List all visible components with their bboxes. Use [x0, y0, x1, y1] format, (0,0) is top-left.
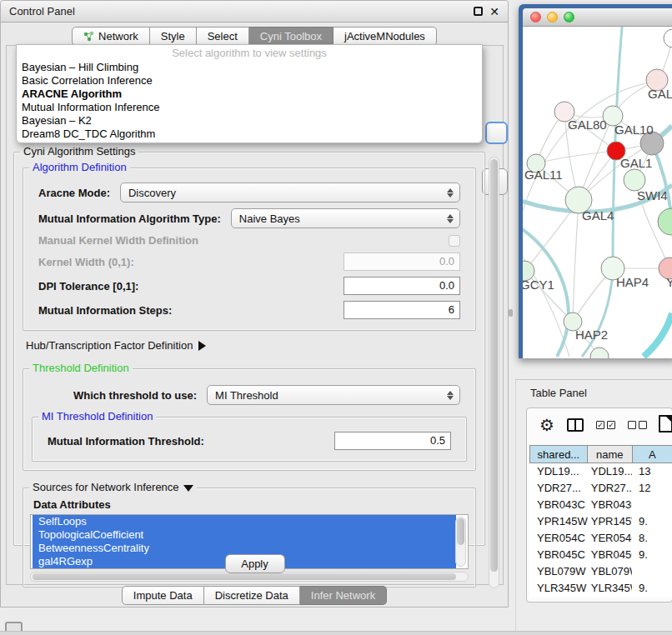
close-icon[interactable]: ✕	[489, 6, 499, 18]
data-attributes-label: Data Attributes	[33, 498, 470, 511]
expanded-arrow-icon	[183, 485, 193, 492]
algorithm-dropdown-placeholder: Select algorithm to view settings	[17, 47, 482, 61]
column-header-a[interactable]: A	[633, 445, 672, 463]
network-edge[interactable]	[536, 151, 616, 163]
table-row[interactable]: YBR045CYBR045C9.	[529, 547, 672, 563]
control-panel-window: Control Panel ✕ NetworkStyleSelectCyni T…	[0, 0, 509, 608]
dpi-tolerance-field[interactable]: 0.0	[344, 277, 460, 295]
algorithm-option-bayesian-hill-climbing[interactable]: Bayesian – Hill Climbing	[17, 61, 482, 74]
algorithm-option-mutual-information-inference[interactable]: Mutual Information Inference	[17, 101, 482, 114]
attribute-item-selfloops[interactable]: SelfLoops	[33, 515, 456, 528]
which-threshold-value: MI Threshold	[215, 389, 278, 402]
table-row[interactable]: YBL079WYBL079W	[529, 563, 672, 580]
network-canvas[interactable]: GALGAL80GAL10GAL1GAL11SWI4GAL4GCY1HAP4YH…	[523, 27, 672, 358]
network-view-window: GALGAL80GAL10GAL1GAL11SWI4GAL4GCY1HAP4YH…	[519, 4, 672, 358]
column-header-shared[interactable]: shared...	[529, 445, 588, 463]
focused-combo-fragment[interactable]	[485, 122, 508, 144]
node-label: GCY1	[523, 278, 554, 292]
apply-button[interactable]: Apply	[225, 554, 285, 573]
table-row[interactable]: YLR345WYLR345W9.	[529, 580, 672, 597]
control-panel-titlebar[interactable]: Control Panel ✕	[1, 1, 508, 22]
algorithm-option-bayesian-k2[interactable]: Bayesian – K2	[17, 114, 482, 128]
stepper-arrows-icon	[447, 214, 456, 223]
table-row[interactable]: YPR145WYPR145W9.	[529, 513, 672, 530]
select-checkboxes-icon[interactable]: ✓✓	[596, 421, 615, 429]
settings-vertical-scrollbar[interactable]	[489, 157, 499, 588]
node-label: GAL1	[620, 156, 652, 170]
close-traffic-light-icon[interactable]	[530, 12, 541, 22]
threshold-definition-group: Threshold Definition Which threshold to …	[23, 368, 476, 471]
panel-splitter-handle[interactable]	[509, 309, 513, 317]
manual-kernel-width-checkbox	[449, 235, 460, 247]
table-cell: YLR345W	[529, 580, 588, 597]
tab-label: jActiveMNodules	[344, 30, 425, 42]
tab-label: Select	[208, 30, 238, 42]
table-cell: YBR043C	[588, 497, 632, 513]
table-cell: YIL052C	[529, 597, 588, 598]
deselect-checkboxes-icon[interactable]	[628, 421, 647, 429]
tab-infer-network[interactable]: Infer Network	[300, 586, 387, 605]
table-cell: YBR045C	[588, 547, 632, 563]
algorithm-definition-label: Algorithm Definition	[29, 161, 130, 174]
node-label: GAL10	[614, 122, 654, 137]
table-toolbar: ⚙ ✓✓	[527, 408, 672, 442]
table-row[interactable]: YER054CYER054C8.	[529, 530, 672, 547]
tab-cyni-toolbox[interactable]: Cyni Toolbox	[249, 27, 333, 46]
mi-threshold-field[interactable]: 0.5	[334, 432, 451, 450]
algorithm-option-dream8-dc-tdc-algorithm[interactable]: Dream8 DC_TDC Algorithm	[17, 128, 482, 141]
table-row[interactable]: YBR043CYBR043C	[529, 497, 672, 513]
minimize-traffic-light-icon[interactable]	[547, 12, 558, 22]
which-threshold-label: Which threshold to use:	[73, 389, 197, 402]
node-label: GAL80	[568, 118, 607, 132]
table-cell: YER054C	[588, 530, 632, 547]
tab-network[interactable]: Network	[72, 27, 150, 46]
network-node[interactable]	[664, 29, 672, 48]
tab-jactivemnodules[interactable]: jActiveMNodules	[333, 27, 437, 46]
attribute-item-topologicalcoefficient[interactable]: TopologicalCoefficient	[33, 528, 456, 542]
node-label: HAP4	[616, 275, 649, 289]
table-cell: YDL19...	[529, 463, 588, 480]
attribute-item-betweennesscentrality[interactable]: BetweennessCentrality	[33, 542, 456, 555]
network-edge[interactable]	[573, 200, 579, 322]
algorithm-option-basic-correlation-inference[interactable]: Basic Correlation Inference	[17, 74, 482, 88]
sources-group-label[interactable]: Sources for Network Inference	[29, 481, 197, 494]
table-cell: 9.	[632, 580, 672, 597]
mi-algo-type-combobox[interactable]: Naive Bayes	[231, 208, 460, 228]
table-cell: YBR045C	[529, 547, 588, 563]
table-row[interactable]: YDL19...YDL19...13	[529, 463, 672, 480]
tab-label: Infer Network	[311, 589, 375, 602]
document-icon[interactable]	[659, 415, 672, 432]
settings-gear-icon[interactable]: ⚙	[539, 417, 554, 433]
column-header-name[interactable]: name	[588, 445, 633, 463]
table-cell: YLR345W	[588, 580, 632, 597]
algorithm-option-aracne-algorithm[interactable]: ARACNE Algorithm	[17, 88, 482, 101]
float-panel-icon[interactable]	[474, 7, 483, 16]
table-cell: YIL052C	[588, 597, 632, 598]
which-threshold-combobox[interactable]: MI Threshold	[207, 385, 460, 405]
table-row[interactable]: YDR27...YDR27...12	[529, 480, 672, 497]
table-cell: YER054C	[529, 530, 588, 547]
network-edge[interactable]	[582, 268, 613, 357]
mi-steps-field[interactable]: 6	[344, 301, 460, 319]
tab-select[interactable]: Select	[197, 27, 249, 46]
table-row[interactable]: YIL052CYIL052C9.	[529, 597, 672, 598]
node-label: Y	[666, 275, 672, 289]
network-node[interactable]	[658, 208, 672, 235]
dpi-tolerance-label: DPI Tolerance [0,1]:	[38, 280, 138, 292]
network-edge[interactable]	[523, 227, 569, 357]
tab-style[interactable]: Style	[150, 27, 197, 46]
attributes-list-scrollbar[interactable]	[455, 517, 466, 567]
table-cell	[632, 497, 672, 513]
split-columns-icon[interactable]	[567, 418, 584, 432]
aracne-mode-combobox[interactable]: Discovery	[120, 182, 460, 202]
network-node[interactable]	[590, 348, 609, 358]
table-cell: 9.	[632, 597, 672, 598]
hub-tf-definition-expander[interactable]: Hub/Transcription Factor Definition	[26, 339, 484, 352]
tab-impute-data[interactable]: Impute Data	[122, 586, 204, 605]
network-window-titlebar[interactable]	[523, 8, 672, 27]
table-cell: 13	[632, 463, 672, 480]
zoom-traffic-light-icon[interactable]	[564, 12, 574, 22]
network-edge[interactable]	[644, 313, 672, 357]
table-cell: YPR145W	[529, 513, 588, 530]
tab-discretize-data[interactable]: Discretize Data	[204, 586, 300, 605]
